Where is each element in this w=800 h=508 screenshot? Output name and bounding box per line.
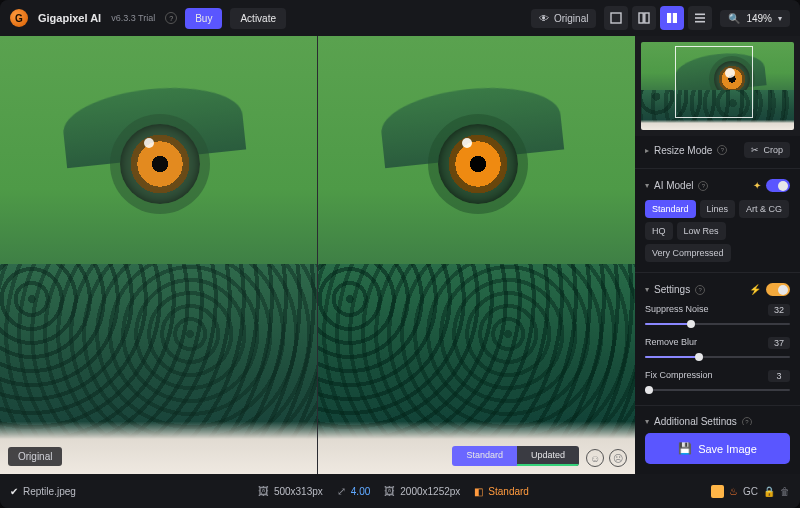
compare-pill[interactable]: Standard Updated <box>452 446 579 466</box>
out-dims-label: 2000x1252px <box>400 486 460 497</box>
view-list-button[interactable] <box>688 6 712 30</box>
additional-settings-header[interactable]: ▸ Additional Settings ? <box>645 416 790 425</box>
list-icon <box>694 12 706 24</box>
zoom-search-icon[interactable]: 🔍 <box>728 13 740 24</box>
save-image-label: Save Image <box>698 443 757 455</box>
filename-label: Reptile.jpeg <box>23 486 76 497</box>
model-chip-very-compressed[interactable]: Very Compressed <box>645 244 731 262</box>
remove-blur-track[interactable] <box>645 352 790 362</box>
view-split-button[interactable] <box>632 6 656 30</box>
settings-auto-toggle[interactable] <box>766 283 790 296</box>
original-toggle[interactable]: 👁 Original <box>531 9 596 28</box>
chevron-right-icon: ▸ <box>645 146 649 155</box>
svg-rect-5 <box>695 14 705 16</box>
chevron-down-icon: ▸ <box>643 288 652 292</box>
view-sidebyside-button[interactable] <box>660 6 684 30</box>
save-image-button[interactable]: 💾 Save Image <box>645 433 790 464</box>
ai-model-section-header[interactable]: ▸ AI Model ? ✦ <box>645 179 790 192</box>
preview-image-original <box>0 36 317 474</box>
view-single-button[interactable] <box>604 6 628 30</box>
status-bar: ✔ Reptile.jpeg 🖼 500x313px ⤢ 4.00 🖼 2000… <box>0 474 800 508</box>
status-right-group: ♨ GC 🔒 🗑 <box>711 485 790 498</box>
svg-rect-1 <box>639 13 643 23</box>
navigator-viewport-box[interactable] <box>675 46 753 118</box>
ai-model-label: AI Model <box>654 180 693 191</box>
preview-pane-processed[interactable]: Standard Updated ☺ ☹ <box>317 36 635 474</box>
lock-icon[interactable]: 🔒 <box>763 486 775 497</box>
resize-mode-section[interactable]: ▸ Resize Mode ? ✂ Crop <box>645 142 790 158</box>
status-scale[interactable]: ⤢ 4.00 <box>337 485 370 498</box>
preview-image-processed <box>318 36 635 474</box>
status-filename[interactable]: ✔ Reptile.jpeg <box>10 486 76 497</box>
side-by-side-icon <box>666 12 678 24</box>
crop-label: Crop <box>763 145 783 155</box>
canvas[interactable]: Standard Updated ☺ ☹ Original <box>0 36 635 474</box>
svg-rect-2 <box>645 13 649 23</box>
suppress-noise-label: Suppress Noise <box>645 304 709 316</box>
svg-rect-7 <box>695 21 705 23</box>
activate-button[interactable]: Activate <box>230 8 286 29</box>
feedback-bad-button[interactable]: ☹ <box>609 449 627 467</box>
zoom-value: 149% <box>746 13 772 24</box>
status-out-dims: 🖼 2000x1252px <box>384 485 460 497</box>
trash-icon[interactable]: 🗑 <box>780 486 790 497</box>
feedback-good-button[interactable]: ☺ <box>586 449 604 467</box>
suppress-noise-value: 32 <box>768 304 790 316</box>
image-icon: 🖼 <box>258 485 269 497</box>
gc-badge[interactable]: GC <box>743 486 758 497</box>
wand-icon: ✦ <box>753 180 761 191</box>
model-chip-hq[interactable]: HQ <box>645 222 673 240</box>
model-badge-label: Standard <box>488 486 529 497</box>
app-version: v6.3.3 Trial <box>111 13 155 23</box>
bolt-icon: ⚡ <box>749 284 761 295</box>
fix-compression-slider: Fix Compression 3 <box>645 370 790 395</box>
fix-compression-value: 3 <box>768 370 790 382</box>
chevron-down-icon: ▸ <box>643 420 652 424</box>
app-window: G Gigapixel AI v6.3.3 Trial ? Buy Activa… <box>0 0 800 508</box>
help-icon[interactable]: ? <box>742 417 752 426</box>
color-swatch-icon[interactable] <box>711 485 724 498</box>
right-panel: ▸ Resize Mode ? ✂ Crop ▸ AI Model ? ✦ <box>635 36 800 474</box>
app-title: Gigapixel AI <box>38 12 101 24</box>
fix-compression-track[interactable] <box>645 385 790 395</box>
chevron-down-icon[interactable]: ▾ <box>778 14 782 23</box>
square-icon <box>610 12 622 24</box>
preview-pane-original[interactable] <box>0 36 317 474</box>
help-icon[interactable]: ? <box>165 12 177 24</box>
model-chip-standard[interactable]: Standard <box>645 200 696 218</box>
top-bar: G Gigapixel AI v6.3.3 Trial ? Buy Activa… <box>0 0 800 36</box>
crop-button[interactable]: ✂ Crop <box>744 142 790 158</box>
save-icon: 💾 <box>678 442 692 455</box>
model-chip-low-res[interactable]: Low Res <box>677 222 726 240</box>
svg-rect-6 <box>695 17 705 19</box>
status-model[interactable]: ◧ Standard <box>474 486 529 497</box>
ai-model-auto-toggle[interactable] <box>766 179 790 192</box>
navigator-thumbnail[interactable] <box>635 36 800 136</box>
split-vertical-icon <box>638 12 650 24</box>
remove-blur-label: Remove Blur <box>645 337 697 349</box>
help-icon[interactable]: ? <box>717 145 727 155</box>
remove-blur-value: 37 <box>768 337 790 349</box>
status-src-dims: 🖼 500x313px <box>258 485 323 497</box>
src-dims-label: 500x313px <box>274 486 323 497</box>
scale-label: 4.00 <box>351 486 370 497</box>
buy-button[interactable]: Buy <box>185 8 222 29</box>
suppress-noise-track[interactable] <box>645 319 790 329</box>
fix-compression-label: Fix Compression <box>645 370 713 382</box>
model-chip-art-cg[interactable]: Art & CG <box>739 200 789 218</box>
panel-scroll: ▸ Resize Mode ? ✂ Crop ▸ AI Model ? ✦ <box>635 136 800 425</box>
help-icon[interactable]: ? <box>698 181 708 191</box>
eye-icon: 👁 <box>539 13 549 24</box>
chevron-down-icon: ▸ <box>643 184 652 188</box>
zoom-control: 🔍 149% ▾ <box>720 10 790 27</box>
ai-model-chip-row: Standard Lines Art & CG HQ Low Res Very … <box>645 200 790 262</box>
settings-label: Settings <box>654 284 690 295</box>
workarea: Standard Updated ☺ ☹ Original ▸ Resize M… <box>0 36 800 474</box>
image-icon: 🖼 <box>384 485 395 497</box>
app-logo-icon: G <box>10 9 28 27</box>
flame-icon[interactable]: ♨ <box>729 486 738 497</box>
settings-section-header[interactable]: ▸ Settings ? ⚡ <box>645 283 790 296</box>
svg-rect-4 <box>673 13 677 23</box>
model-chip-lines[interactable]: Lines <box>700 200 736 218</box>
help-icon[interactable]: ? <box>695 285 705 295</box>
